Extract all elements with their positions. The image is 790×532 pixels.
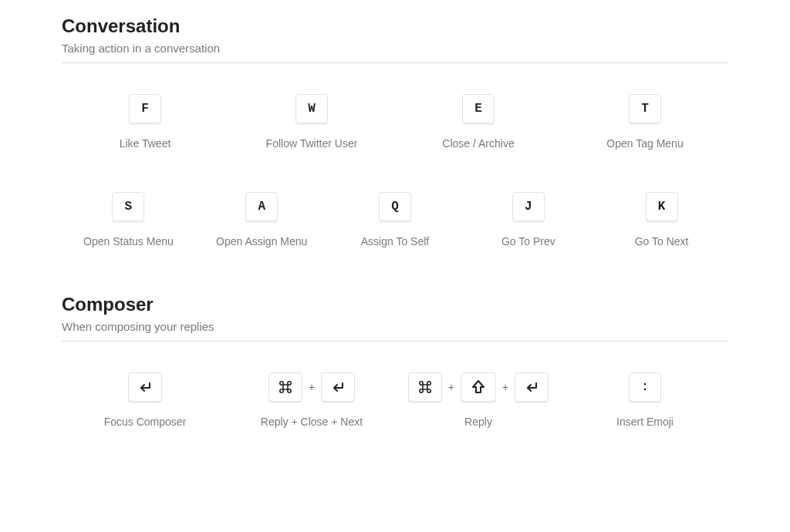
key-combo: E [462, 94, 495, 123]
shortcut-label: Focus Composer [104, 416, 187, 428]
svg-point-5 [427, 382, 430, 385]
shortcut-label: Open Assign Menu [216, 235, 307, 247]
key-w: W [295, 94, 328, 123]
svg-point-2 [280, 389, 283, 392]
section-title: Composer [62, 294, 728, 315]
plus-separator: + [502, 381, 508, 393]
shortcut-go-to-prev: JGo To Prev [461, 192, 595, 247]
key-combo: K [646, 192, 678, 221]
enter-key-icon [515, 372, 549, 402]
shortcut-label: Reply [464, 416, 492, 428]
shift-key-icon [461, 372, 496, 402]
key-combo: : [629, 372, 661, 402]
key-e: E [462, 94, 495, 123]
section-divider [62, 62, 728, 63]
shortcut-assign-to-self: QAssign To Self [329, 192, 462, 247]
shortcut-open-assign-menu: AOpen Assign Menu [195, 192, 329, 247]
svg-point-6 [420, 389, 423, 392]
key-combo: F [129, 94, 161, 123]
section-conversation: ConversationTaking action in a conversat… [62, 15, 728, 247]
enter-key-icon [128, 372, 162, 402]
shortcut-label: Go To Next [635, 235, 689, 247]
svg-point-3 [288, 389, 291, 392]
svg-point-4 [420, 382, 423, 385]
key-combo: T [629, 94, 661, 123]
shortcut-label: Like Tweet [120, 137, 171, 150]
key-k: K [646, 192, 678, 221]
key-combo: W [295, 94, 328, 123]
key-combo: Q [379, 192, 411, 221]
cmd-key-icon [408, 372, 442, 402]
svg-point-7 [427, 389, 430, 392]
svg-point-1 [288, 382, 291, 385]
shortcut-insert-emoji: :Insert Emoji [562, 372, 728, 428]
shortcut-follow-twitter-user: WFollow Twitter User [228, 94, 395, 150]
key-:: : [629, 372, 661, 402]
shortcut-open-tag-menu: TOpen Tag Menu [562, 94, 728, 150]
key-combo: S [112, 192, 144, 221]
section-subtitle: Taking action in a conversation [62, 42, 728, 55]
shortcut-label: Assign To Self [361, 235, 429, 247]
key-combo: J [512, 192, 545, 221]
shortcut-label: Go To Prev [501, 235, 555, 247]
shortcut-label: Open Status Menu [83, 235, 174, 247]
key-combo: ++ [408, 372, 549, 402]
shortcut-reply: ++Reply [395, 372, 562, 428]
key-j: J [512, 192, 545, 221]
key-a: A [245, 192, 278, 221]
shortcut-label: Insert Emoji [616, 416, 674, 428]
svg-point-0 [280, 382, 283, 385]
key-f: F [129, 94, 161, 123]
shortcut-go-to-next: KGo To Next [595, 192, 728, 247]
shortcut-focus-composer: Focus Composer [62, 372, 228, 428]
shortcut-label: Follow Twitter User [266, 137, 358, 150]
key-t: T [629, 94, 661, 123]
shortcut-close-archive: EClose / Archive [395, 94, 562, 150]
shortcut-row: Focus Composer+Reply + Close + Next++Rep… [62, 372, 728, 428]
shortcut-open-status-menu: SOpen Status Menu [62, 192, 195, 247]
key-q: Q [379, 192, 411, 221]
shortcut-reply-close-next: +Reply + Close + Next [228, 372, 395, 428]
shortcut-label: Close / Archive [442, 137, 514, 150]
key-combo: + [268, 372, 355, 402]
enter-key-icon [321, 372, 355, 402]
plus-separator: + [309, 381, 315, 393]
shortcut-label: Open Tag Menu [606, 137, 683, 150]
shortcut-label: Reply + Close + Next [261, 416, 363, 428]
shortcut-like-tweet: FLike Tweet [62, 94, 228, 150]
cmd-key-icon [268, 372, 302, 402]
section-title: Conversation [62, 15, 728, 37]
shortcut-row: SOpen Status MenuAOpen Assign MenuQAssig… [62, 192, 728, 247]
key-combo: A [245, 192, 278, 221]
shortcut-row: FLike TweetWFollow Twitter UserEClose / … [62, 94, 728, 150]
plus-separator: + [448, 381, 454, 393]
key-combo [128, 372, 162, 402]
section-composer: ComposerWhen composing your repliesFocus… [62, 294, 728, 428]
key-s: S [112, 192, 144, 221]
section-subtitle: When composing your replies [62, 320, 728, 333]
section-divider [62, 341, 728, 342]
